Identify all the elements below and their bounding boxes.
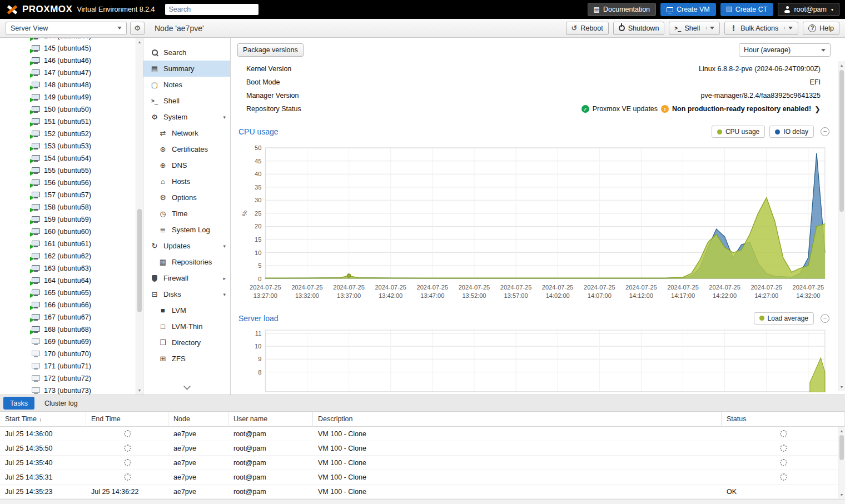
tree-item-vm-167[interactable]: 167 (ubuntu67) xyxy=(0,311,143,323)
tasks-scrollbar[interactable]: ▲ ▼ xyxy=(838,427,845,499)
tree-item-vm-166[interactable]: 166 (ubuntu66) xyxy=(0,299,143,311)
collapse-panel-button[interactable] xyxy=(821,314,829,323)
reboot-button[interactable]: Reboot xyxy=(566,22,609,35)
nav-more-indicator[interactable] xyxy=(143,384,230,389)
column-header-description[interactable]: Description xyxy=(313,412,722,427)
column-header-start-time[interactable]: Start Time xyxy=(0,412,86,427)
nav-item-lvm[interactable]: ■LVM xyxy=(143,302,230,318)
column-header-user-name[interactable]: User name xyxy=(228,412,313,427)
tree-item-vm-169[interactable]: 169 (ubuntu69) xyxy=(0,336,143,348)
nav-item-options[interactable]: ⚙Options xyxy=(143,189,230,206)
nav-item-zfs[interactable]: ⊞ZFS xyxy=(143,351,230,367)
tree-item-vm-170[interactable]: 170 (ubuntu70) xyxy=(0,348,143,360)
tree-item-vm-168[interactable]: 168 (ubuntu68) xyxy=(0,323,143,336)
legend-toggle-cpu-usage[interactable]: CPU usage xyxy=(712,126,765,138)
nav-item-disks[interactable]: ⊟Disks▾ xyxy=(143,286,230,302)
time-range-selector[interactable]: Hour (average) xyxy=(739,43,831,57)
tree-item-vm-156[interactable]: 156 (ubuntu56) xyxy=(0,177,143,189)
tab-tasks[interactable]: Tasks xyxy=(3,397,34,410)
tree-item-vm-162[interactable]: 162 (ubuntu62) xyxy=(0,250,143,262)
package-versions-button[interactable]: Package versions xyxy=(237,43,304,57)
collapse-panel-button[interactable] xyxy=(821,127,829,136)
tree-item-vm-147[interactable]: 147 (ubuntu47) xyxy=(0,67,143,79)
chevron-right-icon[interactable]: ▸ xyxy=(223,276,226,281)
scroll-down-icon[interactable]: ▼ xyxy=(838,383,845,391)
create-vm-button[interactable]: Create VM xyxy=(660,3,716,16)
help-button[interactable]: Help xyxy=(803,22,839,35)
tree-item-vm-144[interactable]: 144 (ubuntu44) xyxy=(0,38,143,42)
tree-item-vm-149[interactable]: 149 (ubuntu49) xyxy=(0,91,143,103)
tree-item-vm-157[interactable]: 157 (ubuntu57) xyxy=(0,189,143,201)
scroll-up-icon[interactable]: ▲ xyxy=(838,62,845,69)
nav-item-network[interactable]: ⇄Network xyxy=(143,125,230,141)
scroll-down-icon[interactable]: ▼ xyxy=(838,491,845,498)
tree-item-vm-164[interactable]: 164 (ubuntu64) xyxy=(0,275,143,287)
nav-item-summary[interactable]: ▤Summary xyxy=(143,61,230,77)
tree-item-vm-165[interactable]: 165 (ubuntu65) xyxy=(0,287,143,299)
nav-item-time[interactable]: ◷Time xyxy=(143,206,230,222)
tree-item-vm-151[interactable]: 151 (ubuntu51) xyxy=(0,116,143,128)
tree-item-vm-145[interactable]: 145 (ubuntu45) xyxy=(0,42,143,54)
scroll-down-icon[interactable]: ▼ xyxy=(136,387,143,394)
task-row[interactable]: Jul 25 14:35:23Jul 25 14:36:22ae7pveroot… xyxy=(0,485,845,499)
create-ct-button[interactable]: Create CT xyxy=(720,3,774,16)
bulk-actions-dropdown-toggle[interactable] xyxy=(784,27,793,29)
documentation-button[interactable]: Documentation xyxy=(588,3,656,16)
column-header-end-time[interactable]: End Time xyxy=(86,412,168,427)
task-row[interactable]: Jul 25 14:35:40ae7pveroot@pamVM 100 - Cl… xyxy=(0,456,845,470)
column-header-status[interactable]: Status xyxy=(722,412,845,427)
tree-item-vm-172[interactable]: 172 (ubuntu72) xyxy=(0,372,143,385)
legend-toggle-io-delay[interactable]: IO delay xyxy=(769,126,814,138)
task-row[interactable]: Jul 25 14:35:50ae7pveroot@pamVM 100 - Cl… xyxy=(0,441,845,456)
nav-item-hosts[interactable]: ⌂Hosts xyxy=(143,173,230,189)
task-row[interactable]: Jul 25 14:36:00ae7pveroot@pamVM 100 - Cl… xyxy=(0,427,845,441)
tree-item-vm-163[interactable]: 163 (ubuntu63) xyxy=(0,262,143,275)
bulk-actions-button[interactable]: Bulk Actions xyxy=(724,22,798,35)
tree-item-vm-161[interactable]: 161 (ubuntu61) xyxy=(0,238,143,250)
nav-item-system[interactable]: ⚙System▾ xyxy=(143,109,230,125)
tree-item-vm-148[interactable]: 148 (ubuntu48) xyxy=(0,79,143,91)
tree-item-vm-150[interactable]: 150 (ubuntu50) xyxy=(0,103,143,116)
nav-item-dns[interactable]: ⊕DNS xyxy=(143,157,230,173)
shutdown-button[interactable]: Shutdown xyxy=(613,22,665,35)
user-menu-button[interactable]: root@pam ▾ xyxy=(778,3,839,16)
tree-scrollbar[interactable]: ▲ ▼ xyxy=(136,38,143,395)
tab-cluster-log[interactable]: Cluster log xyxy=(38,397,84,410)
column-header-node[interactable]: Node xyxy=(168,412,228,427)
shell-button[interactable]: Shell xyxy=(669,22,720,35)
tree-item-vm-146[interactable]: 146 (ubuntu46) xyxy=(0,54,143,67)
scrollbar-thumb[interactable] xyxy=(137,209,142,312)
nav-item-firewall[interactable]: Firewall▸ xyxy=(143,270,230,286)
legend-toggle-load-average[interactable]: Load average xyxy=(754,312,814,325)
chevron-right-icon[interactable] xyxy=(814,105,821,113)
content-scrollbar[interactable]: ▲ ▼ xyxy=(838,61,845,391)
global-search-input[interactable] xyxy=(165,4,259,15)
tree-item-vm-154[interactable]: 154 (ubuntu54) xyxy=(0,152,143,164)
tree-item-vm-152[interactable]: 152 (ubuntu52) xyxy=(0,128,143,140)
tree-item-vm-171[interactable]: 171 (ubuntu71) xyxy=(0,360,143,372)
chevron-down-icon[interactable]: ▾ xyxy=(223,243,226,249)
tree-item-vm-159[interactable]: 159 (ubuntu59) xyxy=(0,213,143,226)
nav-item-lvm-thin[interactable]: □LVM-Thin xyxy=(143,318,230,335)
tree-item-vm-160[interactable]: 160 (ubuntu60) xyxy=(0,226,143,238)
nav-item-search[interactable]: Search xyxy=(143,44,230,61)
task-row[interactable]: Jul 25 14:35:31ae7pveroot@pamVM 100 - Cl… xyxy=(0,470,845,485)
shell-dropdown-toggle[interactable] xyxy=(706,27,714,29)
nav-item-repositories[interactable]: ▦Repositories xyxy=(143,254,230,270)
nav-item-shell[interactable]: >_Shell xyxy=(143,93,230,109)
nav-item-system-log[interactable]: ≣System Log xyxy=(143,222,230,238)
view-selector[interactable]: Server View xyxy=(6,22,127,35)
nav-item-certificates[interactable]: ⊛Certificates xyxy=(143,141,230,157)
nav-item-directory[interactable]: ❒Directory xyxy=(143,335,230,351)
scroll-up-icon[interactable]: ▲ xyxy=(838,427,845,435)
tree-item-vm-155[interactable]: 155 (ubuntu55) xyxy=(0,164,143,177)
tree-item-vm-173[interactable]: 173 (ubuntu73) xyxy=(0,385,143,395)
scrollbar-thumb[interactable] xyxy=(839,435,844,460)
nav-item-updates[interactable]: ↻Updates▾ xyxy=(143,238,230,254)
chevron-down-icon[interactable]: ▾ xyxy=(223,114,226,120)
scroll-up-icon[interactable]: ▲ xyxy=(136,38,143,46)
nav-item-notes[interactable]: ▢Notes xyxy=(143,77,230,93)
tree-item-vm-158[interactable]: 158 (ubuntu58) xyxy=(0,201,143,213)
chevron-down-icon[interactable]: ▾ xyxy=(223,292,226,297)
tree-item-vm-153[interactable]: 153 (ubuntu53) xyxy=(0,140,143,152)
